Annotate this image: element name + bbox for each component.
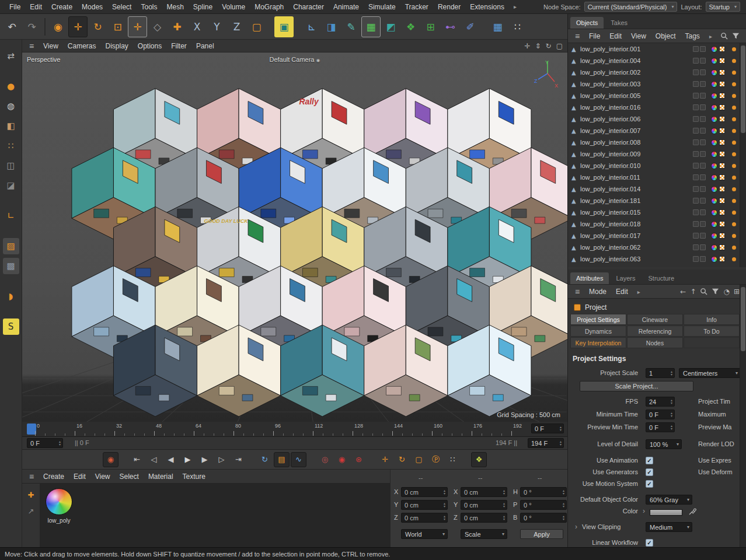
object-toggle-icon[interactable] xyxy=(693,163,699,169)
object-label[interactable]: low_poly_interior.018 xyxy=(580,220,692,228)
object-toggle-icon[interactable] xyxy=(700,139,706,145)
object-label[interactable]: low_poly_interior.006 xyxy=(580,116,692,123)
coordinate-header[interactable]: -- xyxy=(478,474,482,481)
material-tag-icon[interactable] xyxy=(711,93,717,99)
coordinate-space-select[interactable]: World xyxy=(401,529,448,539)
material-tag-icon[interactable] xyxy=(711,221,717,228)
material-menu-edit[interactable]: Edit xyxy=(69,473,90,481)
preview-min-time-input[interactable]: 0 F xyxy=(646,422,675,432)
rotate-button[interactable]: ↻ xyxy=(88,16,107,37)
uvw-tag-icon[interactable] xyxy=(719,233,725,239)
object-menu-object[interactable]: Object xyxy=(651,32,681,40)
object-label[interactable]: low_poly_interior.005 xyxy=(580,92,692,99)
main-menu-character[interactable]: Character xyxy=(288,3,329,11)
current-frame-input[interactable]: 0 F xyxy=(531,424,564,433)
object-menu-edit[interactable]: Edit xyxy=(605,32,626,40)
object-toggle-icon[interactable] xyxy=(700,233,706,239)
material-tag-icon[interactable] xyxy=(711,151,717,158)
node-space-select[interactable]: Current (Standard/Physical) xyxy=(584,2,678,12)
sculpt-pen-button[interactable]: ✎ xyxy=(341,16,361,37)
object-row[interactable]: ▲low_poly_interior.014 xyxy=(568,183,746,195)
section-tab-referencing[interactable]: Referencing xyxy=(627,326,683,337)
object-label[interactable]: low_poly_interior.009 xyxy=(580,150,692,158)
layout-select[interactable]: Startup xyxy=(706,2,740,12)
key-scale-button[interactable]: ▢ xyxy=(411,452,427,467)
material-tag-icon[interactable] xyxy=(711,139,717,146)
camera-dots-button[interactable]: ∷ xyxy=(508,16,527,37)
lock-z-button[interactable]: Z xyxy=(227,16,246,37)
material-tag-icon[interactable] xyxy=(711,198,717,204)
object-toggle-icon[interactable] xyxy=(693,46,699,52)
add-object-button[interactable]: ✚ xyxy=(168,16,187,37)
section-tab-info[interactable]: Info xyxy=(684,314,740,325)
key-position-button[interactable]: ✛ xyxy=(377,452,393,467)
teal-cube-button[interactable]: ◩ xyxy=(381,16,400,37)
uvw-tag-icon[interactable] xyxy=(719,93,725,99)
uvw-tag-icon[interactable] xyxy=(719,104,725,110)
spinner-icon[interactable] xyxy=(441,489,445,495)
undo-button[interactable]: ↶ xyxy=(2,16,22,37)
object-toggle-icon[interactable] xyxy=(693,174,699,180)
layer-dot-icon[interactable] xyxy=(732,82,736,86)
key-rotation-button[interactable]: ↻ xyxy=(394,452,410,467)
object-menu-tags[interactable]: Tags xyxy=(681,32,705,40)
object-row[interactable]: ▲low_poly_interior.009 xyxy=(568,148,746,160)
size-z-input[interactable]: 0 cm xyxy=(461,513,507,523)
material-menu-create[interactable]: Create xyxy=(39,473,69,481)
main-menu-simulate[interactable]: Simulate xyxy=(364,3,400,11)
spinner-icon[interactable] xyxy=(557,440,562,446)
layer-dot-icon[interactable] xyxy=(732,47,736,51)
object-row[interactable]: ▲low_poly_interior.062 xyxy=(568,242,746,253)
record-ring-button[interactable]: ◎ xyxy=(317,452,333,467)
main-menu-spline[interactable]: Spline xyxy=(189,3,217,11)
model-mode-icon[interactable]: ● xyxy=(3,78,19,94)
layer-dot-icon[interactable] xyxy=(732,141,736,145)
material-thumbnail[interactable] xyxy=(46,488,72,515)
layer-dot-icon[interactable] xyxy=(732,129,736,133)
level-of-detail-select[interactable]: 100 % xyxy=(646,439,682,449)
material-menu-texture[interactable]: Texture xyxy=(178,473,210,481)
layer-dot-icon[interactable] xyxy=(732,152,736,156)
object-row[interactable]: ▲low_poly_interior.006 xyxy=(568,113,746,125)
redo-button[interactable]: ↷ xyxy=(22,16,41,37)
layer-dot-icon[interactable] xyxy=(732,211,736,215)
eyedropper-icon[interactable] xyxy=(688,508,696,516)
object-menu-icon[interactable] xyxy=(573,32,582,41)
deformer-icon[interactable]: ◗ xyxy=(3,288,19,304)
object-row[interactable]: ▲low_poly_interior.018 xyxy=(568,218,746,230)
material-menu-icon[interactable] xyxy=(27,472,36,481)
object-toggle-icon[interactable] xyxy=(700,128,706,134)
layer-dot-icon[interactable] xyxy=(732,187,736,191)
object-toggle-icon[interactable] xyxy=(693,116,699,122)
spinner-icon[interactable] xyxy=(668,399,672,405)
object-toggle-icon[interactable] xyxy=(700,163,706,169)
lock-y-button[interactable]: Y xyxy=(207,16,226,37)
object-toggle-icon[interactable] xyxy=(700,186,706,192)
attribute-scrollbar[interactable] xyxy=(740,285,746,547)
material-name-label[interactable]: low_poly xyxy=(39,517,79,524)
filter-icon[interactable] xyxy=(712,288,719,295)
next-key-button[interactable]: ▷ xyxy=(214,452,229,467)
object-toggle-icon[interactable] xyxy=(693,151,699,157)
object-list-scrollbar[interactable] xyxy=(740,43,746,267)
timeline-ruler[interactable]: 0163248648096112128144160176192 0 F xyxy=(22,422,567,437)
layer-dot-icon[interactable] xyxy=(732,246,736,250)
object-label[interactable]: low_poly_interior.007 xyxy=(580,127,692,134)
main-menu-select[interactable]: Select xyxy=(107,3,136,11)
view-clipping-select[interactable]: Medium xyxy=(646,522,692,532)
add-material-icon[interactable]: ✚ xyxy=(26,489,36,500)
position-z-input[interactable]: 0 cm xyxy=(401,513,448,523)
object-row[interactable]: ▲low_poly_interior.003 xyxy=(568,78,746,90)
main-menu-edit[interactable]: Edit xyxy=(25,3,47,11)
coordinate-header[interactable]: -- xyxy=(538,474,542,481)
object-label[interactable]: low_poly_interior.002 xyxy=(580,69,692,76)
attribute-menu-mode[interactable]: Mode xyxy=(584,288,611,296)
layer-dot-icon[interactable] xyxy=(732,59,736,63)
apply-button[interactable]: Apply xyxy=(520,529,563,539)
viewport-menu-filter[interactable]: Filter xyxy=(166,42,191,50)
points-mode-icon[interactable]: ∷ xyxy=(3,138,19,154)
rotate-view-icon[interactable]: ↻ xyxy=(546,42,552,50)
record-brush-button[interactable]: ◉ xyxy=(103,452,118,467)
main-menu-create[interactable]: Create xyxy=(47,3,77,11)
object-toggle-icon[interactable] xyxy=(693,128,699,134)
